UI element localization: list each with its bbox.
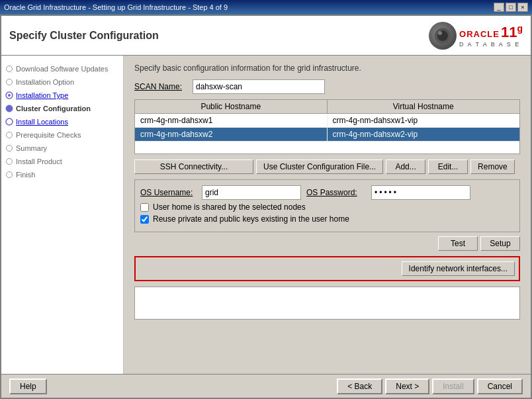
sidebar-item-download-software: Download Software Updates [1,62,123,75]
network-interfaces-section: Identify network interfaces... [134,256,520,281]
sidebar-item-install-product: Install Product [1,155,123,168]
help-button[interactable]: Help [9,378,47,394]
oracle-logo-icon [429,22,457,50]
cluster-table: Public Hostname Virtual Hostname crm-4g-… [134,99,520,154]
os-password-label: OS Password: [306,188,366,197]
svg-point-2 [438,31,442,35]
virtual-hostname-1: crm-4g-nm-dahsxw1-vip [328,114,520,127]
svg-point-5 [6,105,13,112]
os-credentials-section: OS Username: OS Password: User home is s… [134,179,520,232]
back-button[interactable]: < Back [337,378,382,394]
cluster-buttons-row: SSH Connectivity... Use Cluster Configur… [134,159,520,174]
table-row-selected[interactable]: crm-4g-nm-dahsxw2 crm-4g-nm-dahsxw2-vip [135,128,519,142]
virtual-hostname-2: crm-4g-nm-dahsxw2-vip [328,128,520,141]
main-window: Specify Cluster Configuration ORACLE 11g… [0,15,532,399]
svg-point-6 [6,118,13,125]
oracle-logo: ORACLE 11g D A T A B A S E [429,22,523,50]
shared-home-checkbox[interactable] [140,203,149,212]
step-icon-summary [6,145,13,152]
col-public-hostname: Public Hostname [135,100,328,113]
install-button[interactable]: Install [432,378,474,394]
os-username-input[interactable] [202,185,301,200]
scan-name-row: SCAN Name: [134,79,520,94]
os-password-input[interactable] [371,185,470,200]
os-username-label: OS Username: [140,188,197,197]
step-icon-cluster-config [5,105,13,112]
sidebar-item-finish: Finish [1,168,123,181]
description-text: Specify basic configuration information … [134,64,520,73]
table-body: crm-4g-nm-dahsxw1 crm-4g-nm-dahsxw1-vip … [135,114,519,154]
test-setup-row: Test Setup [134,236,520,251]
bottom-area [134,287,520,320]
table-row[interactable]: crm-4g-nm-dahsxw1 crm-4g-nm-dahsxw1-vip [135,114,519,128]
reuse-keys-label: Reuse private and public keys existing i… [153,214,349,224]
sidebar: Download Software Updates Installation O… [1,56,124,374]
test-button[interactable]: Test [438,236,478,251]
scan-name-label: SCAN Name: [134,82,187,91]
sidebar-item-install-locations[interactable]: Install Locations [1,115,123,128]
step-icon-prereq [6,132,13,138]
add-button[interactable]: Add... [386,159,425,174]
step-icon-finish [6,171,13,178]
reuse-keys-checkbox[interactable] [140,215,149,224]
title-bar: Oracle Grid Infrastructure - Setting up … [0,0,532,15]
page-title: Specify Cluster Configuration [9,30,159,42]
content-area: Download Software Updates Installation O… [1,56,531,374]
footer: Help < Back Next > Install Cancel [1,374,531,398]
edit-button[interactable]: Edit... [428,159,468,174]
scan-name-input[interactable] [193,79,325,94]
footer-nav-buttons: < Back Next > Install Cancel [337,378,523,394]
title-bar-buttons[interactable]: _ □ × [494,3,528,12]
table-header: Public Hostname Virtual Hostname [135,100,519,114]
shared-home-label: User home is shared by the selected node… [153,202,306,212]
ssh-connectivity-button[interactable]: SSH Connectivity... [134,159,253,174]
step-icon-install-product [6,158,13,165]
sidebar-item-installation-type[interactable]: Installation Type [1,89,123,102]
close-button[interactable]: × [517,3,528,12]
os-username-row: OS Username: OS Password: [140,185,514,200]
next-button[interactable]: Next > [385,378,429,394]
use-cluster-config-button[interactable]: Use Cluster Configuration File... [256,159,383,174]
sidebar-item-prerequisite-checks: Prerequisite Checks [1,128,123,142]
identify-network-interfaces-button[interactable]: Identify network interfaces... [402,261,515,276]
sidebar-item-installation-option: Installation Option [1,75,123,89]
maximize-button[interactable]: □ [506,3,516,12]
cancel-button[interactable]: Cancel [477,378,523,394]
col-virtual-hostname: Virtual Hostname [328,100,520,113]
main-panel: Specify basic configuration information … [124,56,531,374]
title-bar-text: Oracle Grid Infrastructure - Setting up … [4,3,228,11]
minimize-button[interactable]: _ [494,3,504,12]
sidebar-item-summary: Summary [1,142,123,155]
public-hostname-2: crm-4g-nm-dahsxw2 [135,128,328,141]
public-hostname-1: crm-4g-nm-dahsxw1 [135,114,328,127]
sidebar-item-cluster-configuration: Cluster Configuration [1,102,123,115]
reuse-keys-checkbox-row: Reuse private and public keys existing i… [140,214,514,224]
step-icon-install-option [6,79,13,85]
remove-button[interactable]: Remove [470,159,515,174]
header: Specify Cluster Configuration ORACLE 11g… [1,16,531,56]
svg-point-4 [8,94,11,97]
oracle-brand-text: ORACLE 11g D A T A B A S E [459,23,523,48]
setup-button[interactable]: Setup [480,236,520,251]
step-icon-install-locations [5,118,13,126]
step-icon-download [6,66,13,72]
shared-home-checkbox-row: User home is shared by the selected node… [140,202,514,212]
step-icon-install-type [5,91,13,99]
